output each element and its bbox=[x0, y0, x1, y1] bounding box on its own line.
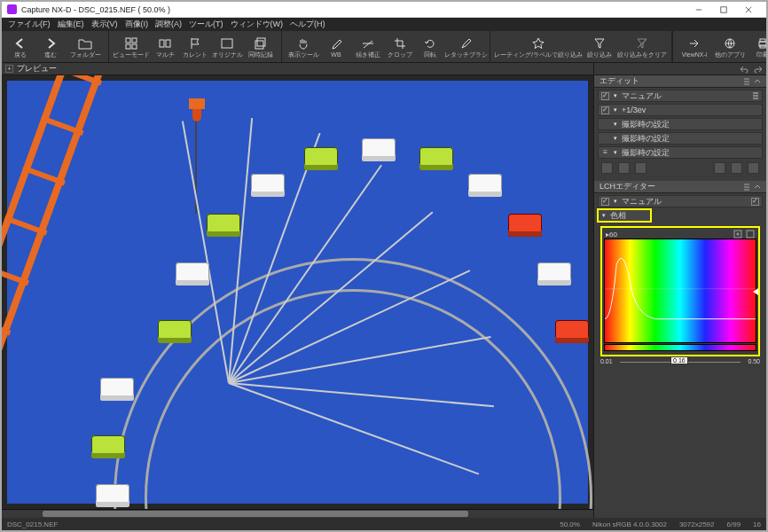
edit-row-shoot3[interactable]: ≡ ▾ 撮影時の設定 bbox=[598, 146, 763, 159]
tool-6-icon[interactable] bbox=[748, 162, 759, 174]
svg-rect-20 bbox=[747, 231, 754, 238]
menu-icon[interactable] bbox=[752, 92, 759, 99]
maximize-button[interactable] bbox=[711, 2, 736, 17]
display-tool-button[interactable]: 表示ツール bbox=[286, 31, 321, 62]
slider-min: 0.01 bbox=[600, 358, 620, 364]
handle-right[interactable] bbox=[753, 288, 758, 295]
slider-handle[interactable]: 0.16 bbox=[670, 356, 688, 364]
chevron-down-icon: ▾ bbox=[613, 149, 618, 156]
hue-target-strip[interactable] bbox=[604, 344, 756, 351]
cabin bbox=[251, 174, 285, 197]
hue-spectrum[interactable] bbox=[604, 239, 756, 343]
lch-panel-title: LCHエディター bbox=[600, 181, 655, 192]
slope-button[interactable]: 傾き補正 bbox=[351, 31, 385, 62]
checkbox-icon[interactable]: ✓ bbox=[601, 92, 609, 100]
preview-tab[interactable]: プレビュー bbox=[17, 63, 57, 74]
forward-icon bbox=[43, 36, 58, 51]
menu-icon[interactable] bbox=[743, 78, 750, 85]
lch-row-manual[interactable]: ✓ ▾ マニュアル ✓ bbox=[598, 195, 763, 207]
folder-button[interactable]: フォルダー bbox=[66, 31, 105, 62]
print-button[interactable]: 印刷 bbox=[748, 31, 768, 62]
record-button[interactable]: 同時記録 bbox=[244, 31, 278, 62]
minimize-button[interactable] bbox=[686, 2, 711, 17]
chevron-up-icon[interactable] bbox=[754, 184, 761, 191]
viewnx-button[interactable]: ViewNX-i bbox=[677, 31, 712, 62]
cabin bbox=[508, 214, 542, 237]
cabin bbox=[537, 262, 571, 286]
edit-tools-row bbox=[598, 160, 763, 177]
tool-3-icon[interactable] bbox=[635, 162, 647, 174]
edit-row-shoot1[interactable]: ▾ 撮影時の設定 bbox=[598, 118, 763, 130]
photo-canvas bbox=[7, 81, 588, 504]
dropper-icon bbox=[329, 36, 343, 51]
menu-icon[interactable] bbox=[743, 184, 750, 191]
menu-tool[interactable]: ツール(T) bbox=[186, 19, 226, 30]
edit-row-shoot2[interactable]: ▾ 撮影時の設定 bbox=[598, 132, 763, 145]
menu-view[interactable]: 表示(V) bbox=[89, 19, 121, 30]
image-viewer[interactable] bbox=[2, 75, 593, 509]
chevron-up-icon[interactable] bbox=[754, 78, 761, 85]
filter-button[interactable]: 絞り込み bbox=[583, 31, 616, 62]
edit-row-manual[interactable]: ✓ ▾ マニュアル bbox=[598, 90, 763, 102]
cabin bbox=[362, 138, 396, 161]
tool-4-icon[interactable] bbox=[714, 162, 725, 174]
edit-row-exposure[interactable]: ✓ ▾ +1/3ev bbox=[598, 104, 763, 116]
edit-panel-body: ✓ ▾ マニュアル ✓ ▾ +1/3ev ▾ 撮影時の設定 ▾ 撮影時の設定 bbox=[594, 88, 766, 181]
scrollbar-thumb[interactable] bbox=[43, 511, 468, 517]
title-zoom-open: ( bbox=[136, 5, 143, 14]
expand-toggle[interactable]: + bbox=[5, 65, 13, 73]
slider-track[interactable]: 0.16 bbox=[620, 359, 741, 364]
sidebar-top-strip bbox=[594, 63, 766, 75]
title-zoom: 50.0% bbox=[143, 5, 166, 14]
checkbox-icon[interactable]: ✓ bbox=[601, 198, 609, 206]
menu-edit[interactable]: 編集(E) bbox=[55, 19, 87, 30]
checkbox-icon[interactable]: ✓ bbox=[601, 106, 609, 114]
menu-adjust[interactable]: 調整(A) bbox=[153, 19, 184, 30]
back-button[interactable]: 戻る bbox=[5, 31, 35, 62]
status-zoom: 50.0% bbox=[560, 520, 580, 528]
close-button[interactable] bbox=[736, 2, 761, 17]
row-label: 撮影時の設定 bbox=[622, 147, 670, 159]
redo-icon[interactable] bbox=[754, 65, 763, 74]
arrow-icon bbox=[687, 36, 701, 51]
rotate-button[interactable]: 回転 bbox=[415, 31, 445, 62]
lch-panel-header[interactable]: LCHエディター bbox=[594, 181, 766, 193]
toolbar: 戻る 進む フォルダー ビューモード マルチ カレント オリジナル 同時記録 表… bbox=[2, 31, 766, 63]
crane-hook bbox=[180, 98, 242, 143]
filter-clear-button[interactable]: 絞り込みをクリア bbox=[616, 31, 668, 62]
menu-file[interactable]: ファイル(F) bbox=[5, 19, 53, 30]
undo-icon[interactable] bbox=[740, 65, 748, 74]
edit-panel-header[interactable]: エディット bbox=[594, 75, 766, 88]
chevron-down-icon: ▾ bbox=[601, 212, 607, 219]
rating-button[interactable]: レーティング/ラベルで絞り込み bbox=[494, 31, 583, 62]
document-name: DSC_0215.NEF bbox=[79, 5, 137, 14]
lch-row-hue[interactable]: ▾ 色相 bbox=[598, 209, 651, 222]
status-profile: Nikon sRGB 4.0.0.3002 bbox=[592, 520, 667, 528]
row-label: 撮影時の設定 bbox=[622, 119, 670, 130]
svg-rect-16 bbox=[760, 39, 765, 42]
multi-icon bbox=[158, 36, 172, 51]
checkbox-icon[interactable]: ✓ bbox=[751, 198, 759, 206]
brush-button[interactable]: レタッチブラシ bbox=[445, 31, 486, 62]
reset-icon[interactable] bbox=[746, 230, 755, 239]
slider-max: 0.50 bbox=[741, 358, 760, 364]
horizontal-scrollbar[interactable] bbox=[2, 509, 593, 518]
tool-2-icon[interactable] bbox=[618, 162, 630, 174]
viewmode-button[interactable]: ビューモード bbox=[113, 31, 150, 62]
current-button[interactable]: カレント bbox=[180, 31, 210, 62]
original-button[interactable]: オリジナル bbox=[210, 31, 244, 62]
menu-help[interactable]: ヘルプ(H) bbox=[287, 19, 328, 30]
tool-1-icon[interactable] bbox=[601, 162, 613, 174]
wb-button[interactable]: WB bbox=[321, 31, 351, 62]
other-app-button[interactable]: 他のアプリ bbox=[712, 31, 748, 62]
chevron-down-icon: ▾ bbox=[613, 135, 618, 142]
tool-5-icon[interactable] bbox=[731, 162, 742, 174]
forward-button[interactable]: 進む bbox=[35, 31, 66, 62]
title-zoom-close: ) bbox=[166, 5, 171, 14]
menu-image[interactable]: 画像(I) bbox=[122, 19, 152, 30]
multi-button[interactable]: マルチ bbox=[150, 31, 180, 62]
menu-window[interactable]: ウィンドウ(W) bbox=[228, 19, 286, 30]
add-point-icon[interactable] bbox=[733, 230, 742, 239]
list-icon[interactable]: ≡ bbox=[601, 149, 609, 157]
crop-button[interactable]: クロップ bbox=[385, 31, 415, 62]
